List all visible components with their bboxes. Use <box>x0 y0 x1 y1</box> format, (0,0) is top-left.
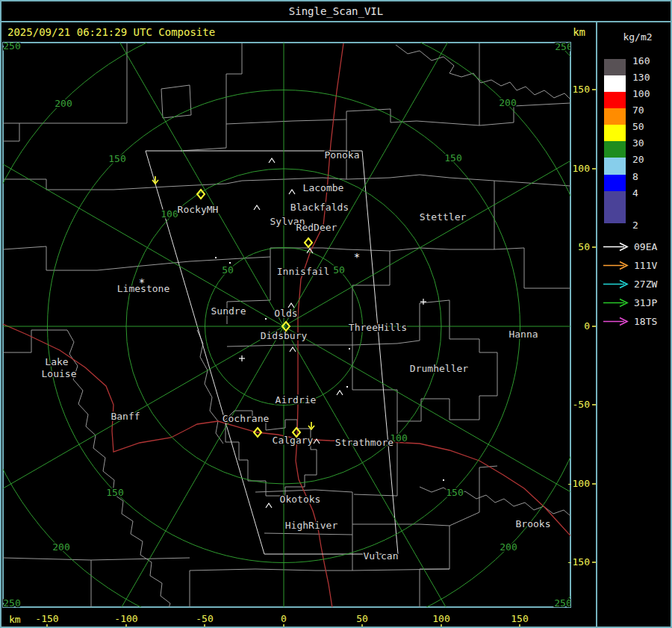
city-label: HighRiver <box>285 520 338 531</box>
highway-line <box>299 439 596 562</box>
right-axis-tick-label: 100 <box>573 163 590 174</box>
ring-distance-label: 150 <box>444 152 461 164</box>
scale-color-box <box>604 75 626 92</box>
radar-legend-row: 31JP <box>602 297 657 308</box>
caret-marker <box>266 503 272 508</box>
dot-marker <box>215 257 217 258</box>
scale-threshold-label: 8 <box>632 171 638 182</box>
city-labels-layer: PonokaLacombeBlackfaldsSylvanRedDeerStet… <box>42 149 551 562</box>
radar-arrow-icon <box>602 297 630 308</box>
boundary-line <box>494 248 570 288</box>
plus-marker <box>420 299 426 305</box>
boundary-line <box>352 285 421 421</box>
asterisk-marker: * <box>354 251 360 263</box>
ring-distance-label: 250 <box>554 597 571 609</box>
asterisk-marker: * <box>139 276 145 288</box>
right-axis-tick-label: -150 <box>567 556 590 568</box>
boundary-line <box>346 119 494 249</box>
scale-threshold-label: 100 <box>632 88 650 99</box>
boundary-line <box>91 558 190 560</box>
scale-threshold-label: 70 <box>632 105 644 116</box>
boundary-line <box>242 178 346 181</box>
dot-marker <box>229 262 231 264</box>
scale-threshold-label: 160 <box>632 55 650 66</box>
scale-color-box <box>604 125 626 141</box>
scale-threshold-label: 130 <box>632 72 650 83</box>
scale-color-box <box>604 59 626 75</box>
city-label: Innisfail <box>277 266 329 277</box>
city-label: RedDeer <box>296 222 337 233</box>
city-label: Strathmore <box>335 437 393 448</box>
city-label: Okotoks <box>280 494 321 505</box>
boundary-line <box>494 181 570 186</box>
dot-marker <box>346 386 348 388</box>
city-label: Vulcan <box>364 550 399 562</box>
caret-marker <box>269 158 275 163</box>
bottom-axis-tick-mark <box>519 624 520 627</box>
dot-marker <box>443 479 444 481</box>
ring-distance-label: 50 <box>333 264 345 276</box>
range-ring <box>1 22 596 627</box>
bottom-axis-tick-mark <box>46 624 48 627</box>
bottom-axis-tick-label: 0 <box>281 613 287 624</box>
scale-color-box <box>604 175 626 191</box>
radar-map-area[interactable]: 5050100100150150150150200200200200250250… <box>1 22 596 627</box>
bottom-axis-tick-label: 50 <box>356 613 368 624</box>
radar-id-label: 111V <box>634 260 657 271</box>
boundary-line <box>3 123 19 141</box>
ring-distance-label: 50 <box>222 264 234 276</box>
ring-distance-label: 150 <box>106 487 123 498</box>
caret-marker <box>289 190 295 194</box>
boundary-line <box>3 246 494 270</box>
ring-distance-label: 200 <box>55 98 72 109</box>
scale-color-box <box>604 191 626 223</box>
ring-distance-label: 150 <box>446 487 463 498</box>
boundary-line <box>161 85 191 118</box>
radar-arrow-icon <box>602 316 630 326</box>
legend-units-header: kg/m2 <box>597 31 671 43</box>
radar-id-label: 09EA <box>634 241 657 252</box>
boundary-line <box>420 569 449 608</box>
radar-legend-row: 27ZW <box>602 279 657 290</box>
boundary-line <box>3 43 127 123</box>
ring-distance-label: 200 <box>499 97 516 108</box>
city-label: Louise <box>42 368 77 379</box>
bottom-axis-tick-label: -150 <box>35 613 58 624</box>
bottom-axis-tick-mark <box>283 624 284 627</box>
right-axis-tick-label: 50 <box>578 241 590 252</box>
bottom-axis-tick-label: -50 <box>196 613 213 624</box>
radar-arrow-icon <box>602 279 630 289</box>
city-label: Ponoka <box>325 149 360 161</box>
storm-diamond-marker <box>305 238 312 247</box>
bottom-axis-tick-label: 100 <box>432 613 449 624</box>
city-label: Stettler <box>420 211 467 223</box>
city-label: Sundre <box>211 305 246 317</box>
right-axis-tick-label: 150 <box>573 84 590 95</box>
city-label: Hanna <box>508 329 538 340</box>
radar-id-label: 27ZW <box>634 279 657 290</box>
city-label: Lake <box>45 356 68 367</box>
scale-threshold-label: 50 <box>632 121 644 132</box>
radar-arrow-icon <box>602 241 630 252</box>
radar-legend-row: 111V <box>602 260 657 271</box>
scale-color-box <box>604 141 626 158</box>
right-axis-tick-label: -50 <box>573 399 590 410</box>
bottom-axis-tick-mark <box>441 624 442 627</box>
scale-color-box <box>604 92 626 108</box>
boundary-line <box>67 330 170 608</box>
city-label: Airdrie <box>276 394 317 405</box>
bottom-axis-tick-mark <box>204 624 205 627</box>
dot-marker <box>349 348 350 349</box>
radar-map-canvas[interactable]: 5050100100150150150150200200200200250250… <box>1 22 596 627</box>
bottom-axis-tick-mark <box>361 624 363 627</box>
scale-color-box <box>604 108 626 125</box>
ring-distance-label: 250 <box>555 41 572 52</box>
ring-distance-label: 200 <box>500 541 517 553</box>
city-label: Cochrane <box>223 413 270 424</box>
scale-threshold-label: 4 <box>632 187 638 199</box>
range-ring <box>1 22 596 627</box>
caret-marker <box>290 347 296 352</box>
ring-distance-label: 200 <box>52 541 69 553</box>
boundary-line <box>3 179 242 190</box>
scale-threshold-label: 2 <box>632 220 638 231</box>
